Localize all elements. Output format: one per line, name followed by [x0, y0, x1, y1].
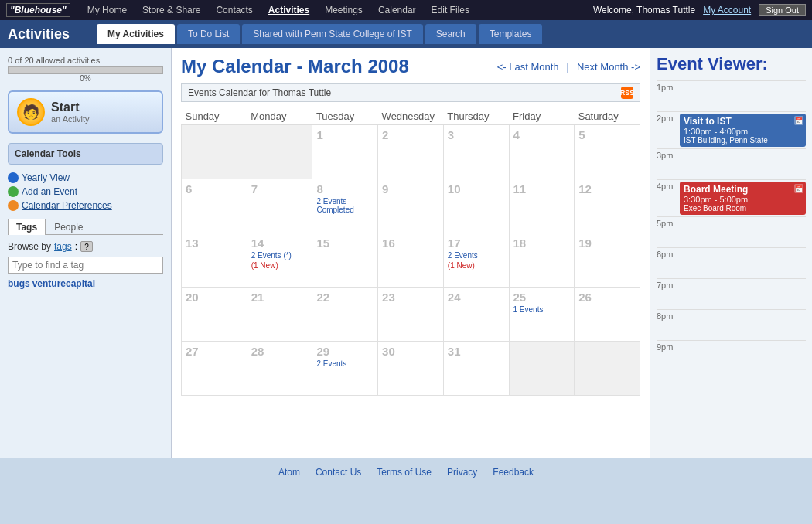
day-event-new[interactable]: (1 New) — [448, 261, 505, 270]
day-event[interactable]: 2 Events — [316, 359, 374, 368]
yearly-view-link[interactable]: Yearly View — [8, 172, 163, 183]
week-row: 27 28 292 Events 30 31 — [182, 342, 640, 396]
tag-bugs[interactable]: bugs — [8, 278, 30, 289]
nav-my-home[interactable]: My Home — [80, 0, 135, 20]
table-row[interactable]: 292 Events — [312, 342, 378, 396]
nav-meetings[interactable]: Meetings — [317, 0, 370, 20]
table-row[interactable]: 21 — [247, 288, 312, 342]
table-row[interactable]: 31 — [443, 342, 509, 396]
my-account-link[interactable]: My Account — [703, 5, 751, 15]
help-button[interactable]: ? — [80, 241, 93, 252]
table-row[interactable]: 3 — [443, 125, 509, 179]
table-row[interactable]: 22 — [312, 288, 378, 342]
header-monday: Monday — [247, 108, 312, 125]
table-row[interactable]: 7 — [247, 179, 312, 233]
top-nav-bar: "Bluehouse" My Home Store & Share Contac… — [0, 0, 812, 20]
table-row[interactable]: 26 — [575, 288, 640, 342]
table-row[interactable]: 142 Events (*)(1 New) — [247, 233, 312, 288]
table-row[interactable]: 27 — [182, 342, 247, 396]
table-row[interactable]: 18 — [509, 233, 575, 288]
table-row[interactable]: 28 — [247, 342, 312, 396]
table-row[interactable]: 11 — [509, 179, 575, 233]
calendar-prefs-label: Calendar Preferences — [22, 200, 112, 211]
tag-venturecapital[interactable]: venturecapital — [32, 278, 95, 289]
nav-arrows: <- Last Month | Next Month -> — [497, 61, 640, 73]
time-label-7pm: 7pm — [657, 279, 678, 290]
calendar-prefs-link[interactable]: Calendar Preferences — [8, 200, 163, 211]
calendar-grid: Sunday Monday Tuesday Wednesday Thursday… — [181, 108, 640, 396]
calendar-body: 1 2 3 4 5 6 7 82 EventsCompleted 9 10 11… — [182, 125, 640, 396]
time-label-1pm: 1pm — [657, 81, 678, 92]
table-row[interactable]: 9 — [378, 179, 444, 233]
table-row[interactable]: 15 — [312, 233, 378, 288]
table-row[interactable]: 82 EventsCompleted — [312, 179, 378, 233]
footer: Atom Contact Us Terms of Use Privacy Fee… — [0, 458, 812, 487]
footer-contact-us[interactable]: Contact Us — [316, 467, 361, 478]
nav-activities[interactable]: Activities — [261, 0, 317, 20]
table-row[interactable]: 4 — [509, 125, 575, 179]
footer-feedback[interactable]: Feedback — [493, 467, 534, 478]
time-slot-8pm: 8pm — [657, 309, 806, 340]
table-row[interactable]: 23 — [378, 288, 444, 342]
event-viewer: Event Viewer: 1pm 2pm 📅 Visit to IST 1:3… — [650, 48, 812, 458]
prev-month-link[interactable]: <- Last Month — [497, 61, 559, 73]
people-tab[interactable]: People — [46, 219, 91, 235]
rss-icon[interactable]: RSS — [621, 87, 633, 99]
table-row[interactable]: 10 — [443, 179, 509, 233]
table-row[interactable]: 2 — [378, 125, 444, 179]
time-slot-9pm: 9pm — [657, 340, 806, 371]
tab-templates[interactable]: Templates — [479, 24, 543, 44]
table-row[interactable]: 24 — [443, 288, 509, 342]
browse-by-label: Browse by — [8, 241, 51, 252]
table-row[interactable]: 20 — [182, 288, 247, 342]
next-month-link[interactable]: Next Month -> — [577, 61, 640, 73]
table-row[interactable]: 251 Events — [509, 288, 575, 342]
day-event[interactable]: 2 Events — [448, 251, 505, 260]
event-visit-ist-time: 1:30pm - 4:00pm — [684, 127, 802, 136]
tab-search[interactable]: Search — [425, 24, 476, 44]
time-slot-3pm: 3pm — [657, 148, 806, 179]
tags-tab[interactable]: Tags — [8, 219, 46, 235]
nav-calendar[interactable]: Calendar — [370, 0, 424, 20]
nav-edit-files[interactable]: Edit Files — [424, 0, 477, 20]
header-thursday: Thursday — [443, 108, 509, 125]
day-event[interactable]: 2 EventsCompleted — [316, 197, 374, 214]
event-board-meeting[interactable]: 📅 Board Meeting 3:30pm - 5:00pm Exec Boa… — [680, 182, 806, 215]
table-row — [247, 125, 312, 179]
nav-store-share[interactable]: Store & Share — [135, 0, 208, 20]
table-row[interactable]: 13 — [182, 233, 247, 288]
day-event[interactable]: 2 Events (*) — [251, 251, 309, 260]
tags-link[interactable]: tags — [54, 241, 72, 252]
add-event-link[interactable]: Add an Event — [8, 186, 163, 197]
tab-shared-penn-state[interactable]: Shared with Penn State College of IST — [242, 24, 422, 44]
sign-out-button[interactable]: Sign Out — [759, 4, 806, 16]
tab-my-activities[interactable]: My Activities — [97, 24, 175, 44]
table-row[interactable]: 30 — [378, 342, 444, 396]
calendar-title: My Calendar - March 2008 — [181, 56, 409, 77]
table-row[interactable]: 5 — [575, 125, 640, 179]
tag-search-input[interactable] — [8, 257, 163, 274]
add-event-icon — [8, 186, 19, 197]
table-row[interactable]: 16 — [378, 233, 444, 288]
calendar-main: My Calendar - March 2008 <- Last Month |… — [172, 48, 650, 458]
event-visit-ist[interactable]: 📅 Visit to IST 1:30pm - 4:00pm IST Build… — [680, 114, 806, 147]
footer-privacy[interactable]: Privacy — [447, 467, 477, 478]
tab-to-do-list[interactable]: To Do List — [177, 24, 240, 44]
table-row[interactable]: 12 — [575, 179, 640, 233]
footer-terms-of-use[interactable]: Terms of Use — [377, 467, 432, 478]
event-visit-ist-title: Visit to IST — [684, 116, 802, 127]
nav-contacts[interactable]: Contacts — [208, 0, 260, 20]
table-row[interactable]: 172 Events(1 New) — [443, 233, 509, 288]
footer-atom[interactable]: Atom — [278, 467, 300, 478]
section-title: Activities — [8, 26, 85, 43]
table-row[interactable]: 19 — [575, 233, 640, 288]
day-event[interactable]: 1 Events — [513, 305, 571, 314]
start-activity-button[interactable]: 🧑 Start an Activity — [8, 90, 163, 134]
event-board-meeting-time: 3:30pm - 5:00pm — [684, 195, 802, 204]
table-row[interactable]: 6 — [182, 179, 247, 233]
calendar-prefs-icon — [8, 200, 19, 211]
table-row[interactable]: 1 — [312, 125, 378, 179]
progress-label: 0% — [8, 74, 163, 83]
event-visit-ist-location: IST Building, Penn State — [684, 136, 802, 145]
day-event-new[interactable]: (1 New) — [251, 261, 309, 270]
